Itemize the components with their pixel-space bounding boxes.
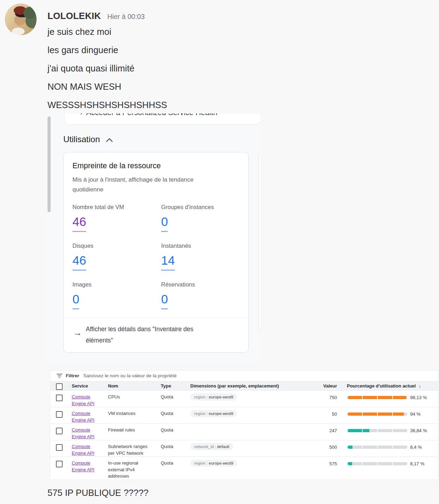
quota-type: Quota xyxy=(161,460,173,467)
stat-value-link[interactable]: 0 xyxy=(72,292,79,309)
stat-value-link[interactable]: 0 xyxy=(161,292,168,309)
stat-4: Instantanés14 xyxy=(161,242,246,271)
filter-bar[interactable]: Filtrer Saisissez le nom ou la valeur de… xyxy=(50,371,438,381)
screenshot-usage-panel[interactable]: › Accéder à Personalized Service Health … xyxy=(47,113,260,363)
dimension-chip: region : europe-west9 xyxy=(190,393,237,401)
col-service[interactable]: Service xyxy=(72,383,88,389)
usage-bar xyxy=(348,462,407,465)
stat-label: Disques xyxy=(72,242,157,249)
quota-name: CPUs xyxy=(108,394,147,401)
service-link[interactable]: Compute Engine API xyxy=(72,410,99,423)
stat-value-link[interactable]: 0 xyxy=(161,215,168,232)
stat-2: Groupes d'instances0 xyxy=(161,204,246,232)
chat-message: 575 IP PUBLIQUE ????? xyxy=(47,488,148,498)
table-row: Compute Engine APIFirewall rulesQuota247… xyxy=(50,424,438,440)
table-body: Compute Engine APICPUsQuotaregion : euro… xyxy=(50,391,438,481)
quota-percent: 98,13 % xyxy=(410,395,438,401)
col-type[interactable]: Type xyxy=(161,383,171,389)
quota-value: 750 xyxy=(297,395,337,401)
stat-label: Instantanés xyxy=(161,242,246,249)
row-checkbox[interactable] xyxy=(56,444,63,451)
avatar[interactable] xyxy=(5,4,37,35)
chat-message: je suis chez moi xyxy=(47,23,167,41)
stat-value-link[interactable]: 46 xyxy=(72,253,86,271)
discord-chat-view: LOLOLEKIK Hier à 00:03 je suis chez moil… xyxy=(0,0,439,504)
quota-name: Firewall rules xyxy=(108,427,147,434)
stat-label: Réservations xyxy=(161,281,246,288)
quota-type: Quota xyxy=(161,427,173,434)
table-row: Compute Engine APISubnetwork ranges per … xyxy=(50,440,438,457)
quota-type: Quota xyxy=(161,410,173,417)
quota-name: In-use regional external IPv4 addresses xyxy=(108,460,147,480)
chat-messages: je suis chez moiles gars dingueriej'ai q… xyxy=(47,23,167,114)
stat-value-link[interactable]: 14 xyxy=(161,253,175,271)
chat-message: WESSSHSHSHSHSHSHHSS xyxy=(47,96,167,114)
service-health-link[interactable]: Accéder à Personalized Service Health xyxy=(86,113,217,117)
screenshot-quota-table[interactable]: Filtrer Saisissez le nom ou la valeur de… xyxy=(50,370,438,481)
quota-value: 247 xyxy=(297,428,337,434)
card-subtitle: Mis à jour à l'instant, affichage de la … xyxy=(72,175,217,194)
timestamp: Hier à 00:03 xyxy=(107,13,145,21)
usage-section-header[interactable]: Utilisation xyxy=(63,134,113,144)
chat-message: j'ai quota quasi illimité xyxy=(47,59,167,77)
sort-descending-icon[interactable]: ↓ xyxy=(419,383,421,389)
service-link[interactable]: Compute Engine API xyxy=(72,394,99,407)
stat-6: Réservations0 xyxy=(161,281,246,309)
quota-value: 50 xyxy=(297,411,337,418)
quota-type: Quota xyxy=(161,443,173,450)
row-checkbox[interactable] xyxy=(56,395,63,401)
quota-percent: 8,17 % xyxy=(410,461,438,467)
stat-label: Images xyxy=(72,281,157,288)
service-link[interactable]: Compute Engine API xyxy=(72,427,99,440)
row-checkbox[interactable] xyxy=(56,411,63,418)
filter-icon xyxy=(57,373,63,378)
usage-bar xyxy=(348,446,407,449)
service-link[interactable]: Compute Engine API xyxy=(72,460,99,473)
inventory-details-link[interactable]: Afficher les détails dans "Inventaire de… xyxy=(86,324,220,346)
quota-value: 500 xyxy=(297,444,337,451)
usage-bar xyxy=(348,429,407,432)
stat-1: Nombre total de VM46 xyxy=(72,204,157,232)
quota-name: Subnetwork ranges per VPC Network xyxy=(108,443,147,456)
filter-input[interactable]: Saisissez le nom ou la valeur de la prop… xyxy=(83,373,177,378)
table-header: Service Nom Type Dimensions (par exemple… xyxy=(50,381,438,391)
row-checkbox[interactable] xyxy=(56,461,63,467)
quota-percent: 36,84 % xyxy=(410,428,438,434)
col-pourcentage[interactable]: Pourcentage d'utilisation actuel↓ xyxy=(347,383,421,389)
filter-label: Filtrer xyxy=(66,373,79,378)
dimension-chip: region : europe-west9 xyxy=(190,460,237,467)
col-pourcentage-label: Pourcentage d'utilisation actuel xyxy=(347,383,416,389)
col-nom[interactable]: Nom xyxy=(108,383,118,389)
divider xyxy=(64,318,248,318)
service-link[interactable]: Compute Engine API xyxy=(72,443,99,456)
stat-label: Groupes d'instances xyxy=(161,204,246,210)
message-header: LOLOLEKIK Hier à 00:03 xyxy=(47,11,145,21)
chevron-up-icon[interactable] xyxy=(106,137,113,143)
usage-bar xyxy=(348,412,407,416)
table-row: Compute Engine APICPUsQuotaregion : euro… xyxy=(50,391,438,407)
table-row: Compute Engine APIVM instancesQuotaregio… xyxy=(50,407,438,424)
stat-5: Images0 xyxy=(72,281,157,309)
resource-footprint-card: Empreinte de la ressource Mis à jour à l… xyxy=(63,152,249,353)
quota-name: VM instances xyxy=(108,410,147,417)
stat-label: Nombre total de VM xyxy=(72,204,157,210)
select-all-checkbox[interactable] xyxy=(56,383,63,390)
usage-section-title: Utilisation xyxy=(63,134,100,144)
stat-3: Disques46 xyxy=(72,242,157,271)
chevron-right-icon: › xyxy=(80,113,83,117)
dimension-chip: region : europe-west9 xyxy=(190,410,237,417)
username[interactable]: LOLOLEKIK xyxy=(47,11,101,21)
dimension-chip: network_id : default xyxy=(190,443,233,450)
adjacent-card-edge xyxy=(259,154,260,330)
quota-type: Quota xyxy=(161,394,173,401)
stat-value-link[interactable]: 46 xyxy=(72,215,86,232)
scrollbar-thumb[interactable] xyxy=(47,116,51,212)
quota-percent: 8,4 % xyxy=(410,444,438,451)
col-dimensions[interactable]: Dimensions (par exemple, emplacement) xyxy=(190,383,279,389)
row-checkbox[interactable] xyxy=(56,428,63,434)
table-row-partial xyxy=(50,480,438,481)
arrow-forward-icon: → xyxy=(73,328,82,338)
col-valeur[interactable]: Valeur xyxy=(311,383,337,389)
chat-message: les gars dinguerie xyxy=(47,41,167,59)
card-title: Empreinte de la ressource xyxy=(72,162,161,170)
